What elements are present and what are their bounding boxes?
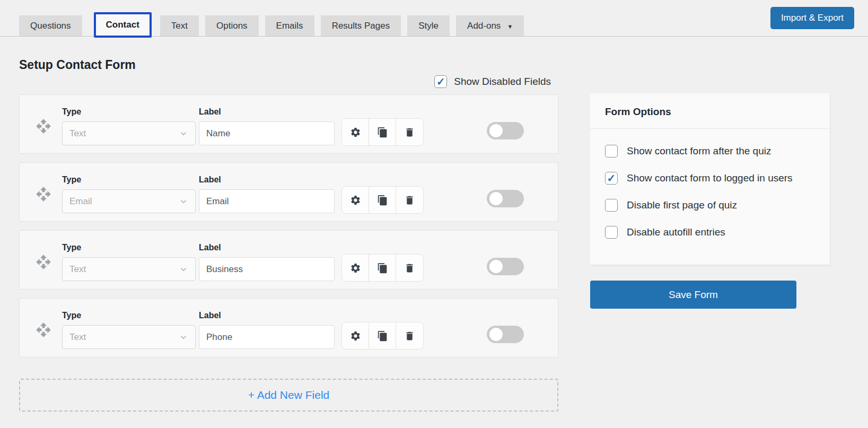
form-option-item: Disable first page of quiz xyxy=(605,199,815,212)
show-disabled-fields-label: Show Disabled Fields xyxy=(454,76,551,88)
form-option-label: Show contact form to logged in users xyxy=(627,172,793,184)
type-column-label: Type xyxy=(62,175,199,185)
tab[interactable]: Emails xyxy=(265,15,314,36)
field-action-group xyxy=(341,254,424,282)
field-settings-button[interactable] xyxy=(342,255,369,281)
tab[interactable]: Results Pages xyxy=(321,15,401,36)
trash-icon xyxy=(404,263,415,274)
tab[interactable]: Text xyxy=(160,15,199,36)
field-delete-button[interactable] xyxy=(396,187,423,213)
copy-icon xyxy=(377,263,388,274)
field-enable-toggle[interactable] xyxy=(487,326,524,343)
field-rows: Type Text Label xyxy=(19,94,558,357)
field-type-select[interactable]: Text xyxy=(62,257,196,281)
contact-field-row: Type Text Label xyxy=(19,298,558,357)
save-form-button[interactable]: Save Form xyxy=(590,281,796,309)
field-type-select[interactable]: Text xyxy=(62,121,196,145)
field-duplicate-button[interactable] xyxy=(369,255,396,281)
form-option-checkbox[interactable] xyxy=(605,172,618,185)
label-column-label: Label xyxy=(199,243,335,252)
form-option-checkbox[interactable] xyxy=(605,145,618,158)
move-icon[interactable] xyxy=(36,254,51,270)
form-option-item: Show contact form after the quiz xyxy=(605,145,815,158)
field-enable-toggle[interactable] xyxy=(487,190,524,207)
tab-label: Style xyxy=(418,21,439,31)
toggle-knob xyxy=(489,260,503,273)
tab-label: Options xyxy=(216,21,248,31)
import-export-button[interactable]: Import & Export xyxy=(770,7,854,29)
form-option-checkbox[interactable] xyxy=(605,199,618,212)
tab[interactable]: Options xyxy=(205,15,259,36)
tab-label: Text xyxy=(171,21,188,31)
gear-icon xyxy=(350,330,361,342)
field-type-select[interactable]: Email xyxy=(62,189,196,213)
tab[interactable]: Contact xyxy=(94,12,152,38)
field-label-input[interactable] xyxy=(199,121,335,145)
label-column-label: Label xyxy=(199,311,335,320)
form-option-label: Disable autofill entries xyxy=(627,226,725,238)
copy-icon xyxy=(377,127,388,138)
tab-label: Results Pages xyxy=(332,21,390,31)
content-area: Setup Contact Form Show Disabled Fields … xyxy=(0,37,868,412)
form-options-list: Show contact form after the quiz Show co… xyxy=(590,129,830,265)
type-field-group: Type Text xyxy=(62,107,199,145)
move-icon[interactable] xyxy=(36,186,51,202)
toggle-knob xyxy=(489,192,503,205)
chevron-down-icon xyxy=(179,265,188,274)
tab-label: Questions xyxy=(30,21,71,31)
form-option-item: Disable autofill entries xyxy=(605,226,815,239)
toggle-knob xyxy=(489,124,503,137)
field-type-value: Text xyxy=(69,128,86,139)
tab[interactable]: Style xyxy=(407,15,450,36)
form-option-checkbox[interactable] xyxy=(605,226,618,239)
label-field-group: Label xyxy=(199,311,335,349)
copy-icon xyxy=(377,195,388,206)
chevron-down-icon xyxy=(179,333,188,342)
caret-down-icon xyxy=(507,21,513,31)
field-delete-button[interactable] xyxy=(396,322,423,349)
field-label-input[interactable] xyxy=(199,325,335,349)
field-type-select[interactable]: Text xyxy=(62,325,196,349)
type-field-group: Type Text xyxy=(62,243,199,281)
field-label-input[interactable] xyxy=(199,257,335,281)
tab[interactable]: Questions xyxy=(19,15,82,36)
type-field-group: Type Email xyxy=(62,175,199,213)
chevron-down-icon xyxy=(179,129,188,138)
tab-bar: Questions Contact Text Options Emails xyxy=(0,0,868,37)
field-action-group xyxy=(341,322,424,350)
field-action-group xyxy=(341,186,424,214)
field-settings-button[interactable] xyxy=(342,322,369,349)
move-icon[interactable] xyxy=(36,322,51,338)
copy-icon xyxy=(377,330,388,342)
field-settings-button[interactable] xyxy=(342,119,369,145)
field-enable-toggle[interactable] xyxy=(487,258,524,275)
field-label-input[interactable] xyxy=(199,189,335,213)
add-new-field-button[interactable]: + Add New Field xyxy=(19,379,558,412)
label-field-group: Label xyxy=(199,175,335,213)
field-duplicate-button[interactable] xyxy=(369,119,396,145)
type-field-group: Type Text xyxy=(62,311,199,349)
contact-field-row: Type Text Label xyxy=(19,94,558,154)
trash-icon xyxy=(404,127,415,138)
field-duplicate-button[interactable] xyxy=(369,187,396,213)
field-delete-button[interactable] xyxy=(396,119,423,145)
field-enable-toggle[interactable] xyxy=(487,122,524,139)
move-icon[interactable] xyxy=(36,118,51,134)
tab[interactable]: Add-ons xyxy=(456,15,524,36)
form-option-label: Disable first page of quiz xyxy=(627,199,737,211)
gear-icon xyxy=(350,263,361,274)
trash-icon xyxy=(404,330,415,342)
contact-field-row: Type Text Label xyxy=(19,230,558,290)
type-column-label: Type xyxy=(62,107,199,117)
form-option-item: Show contact form to logged in users xyxy=(605,172,815,185)
field-delete-button[interactable] xyxy=(396,255,423,281)
field-duplicate-button[interactable] xyxy=(369,322,396,349)
toggle-knob xyxy=(489,328,503,341)
page-title: Setup Contact Form xyxy=(19,58,558,72)
field-settings-button[interactable] xyxy=(342,187,369,213)
show-disabled-fields-checkbox[interactable] xyxy=(434,75,447,88)
contact-field-row: Type Email Label xyxy=(19,162,558,222)
form-options-title: Form Options xyxy=(590,93,830,129)
type-column-label: Type xyxy=(62,311,199,320)
gear-icon xyxy=(350,195,361,206)
